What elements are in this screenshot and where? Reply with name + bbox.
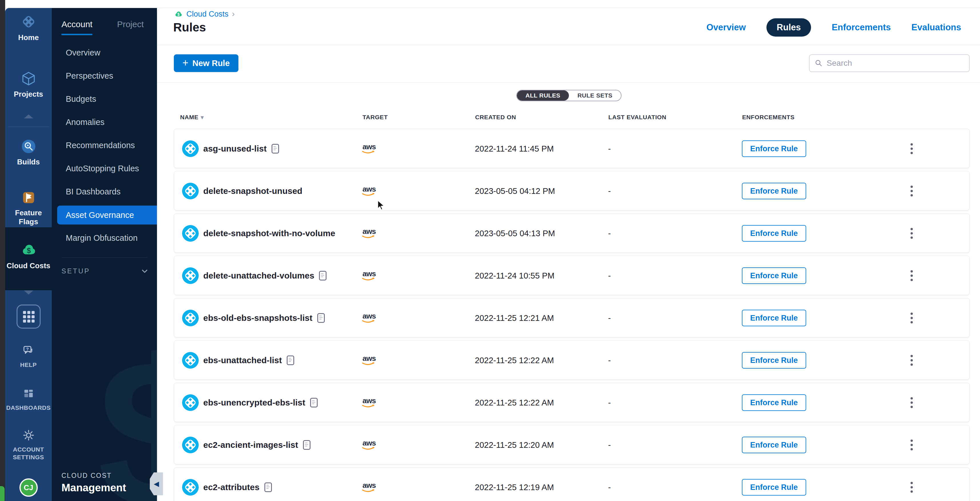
kebab-menu-icon[interactable] — [906, 214, 917, 253]
tab-overview[interactable]: Overview — [706, 22, 746, 33]
sidebar-item-recommendations[interactable]: Recommendations — [52, 134, 157, 157]
setup-label: SETUP — [62, 267, 90, 275]
breadcrumb-chevron-icon: › — [232, 9, 235, 19]
tab-evaluations[interactable]: Evaluations — [912, 22, 961, 33]
module-footer-line1: CLOUD COST — [62, 472, 126, 480]
rule-icon — [181, 436, 199, 454]
sidebar-item-feature-flags[interactable]: Feature Flags — [5, 189, 52, 226]
chevron-down-icon — [141, 267, 148, 275]
sidebar-item-autostopping-rules[interactable]: AutoStopping Rules — [52, 157, 157, 180]
rule-name: ec2-ancient-images-list — [203, 440, 298, 450]
table-row[interactable]: ec2-ancient-images-list aws 2022-11-25 1… — [174, 425, 970, 464]
rule-icon — [181, 224, 199, 242]
sidebar-item-dashboards[interactable]: DASHBOARDS — [5, 386, 52, 412]
help-chat-icon: ? — [21, 343, 36, 358]
aws-target-icon: aws — [361, 269, 377, 282]
kebab-menu-icon[interactable] — [906, 298, 917, 338]
dashboards-icon — [21, 386, 36, 401]
sidebar-collapse-button[interactable]: ◀ — [150, 472, 163, 495]
new-rule-button[interactable]: + New Rule — [174, 54, 239, 72]
rule-name: delete-snapshot-unused — [203, 186, 302, 196]
rule-last-evaluation: - — [608, 425, 611, 465]
kebab-menu-icon[interactable] — [906, 256, 917, 296]
kebab-menu-icon[interactable] — [906, 340, 917, 380]
svg-text:aws: aws — [363, 312, 376, 320]
sidebar-item-builds[interactable]: Builds — [5, 138, 52, 166]
sidebar-item-help[interactable]: ? HELP — [5, 343, 52, 369]
rule-created-on: 2022-11-25 12:21 AM — [475, 298, 554, 338]
sidebar-item-overview[interactable]: Overview — [52, 41, 157, 64]
enforce-rule-button[interactable]: Enforce Rule — [742, 183, 806, 199]
enforce-rule-button[interactable]: Enforce Rule — [742, 352, 806, 369]
enforce-rule-button[interactable]: Enforce Rule — [742, 267, 806, 284]
chevron-up-icon — [24, 115, 33, 118]
kebab-menu-icon[interactable] — [906, 468, 917, 501]
aws-target-icon: aws — [361, 481, 377, 494]
rule-icon — [181, 182, 199, 200]
rules-table-body: asg-unused-list aws 2022-11-24 11:45 PM … — [174, 129, 970, 501]
rail-label-cloud-costs: Cloud Costs — [6, 261, 50, 270]
enforce-rule-button[interactable]: Enforce Rule — [742, 310, 806, 326]
table-row[interactable]: delete-snapshot-with-no-volume aws 2023-… — [174, 213, 970, 253]
sidebar-item-account-settings[interactable]: ACCOUNT SETTINGS — [5, 428, 52, 461]
sidebar-item-cloud-costs[interactable]: $ Cloud Costs — [5, 242, 52, 270]
sidebar-item-margin-obfuscation[interactable]: Margin Obfuscation — [52, 226, 157, 250]
rail-collapse-down[interactable] — [5, 291, 52, 294]
enforce-rule-button[interactable]: Enforce Rule — [742, 437, 806, 453]
description-icon — [310, 398, 318, 408]
tab-rules[interactable]: Rules — [767, 18, 811, 37]
toggle-all-rules[interactable]: ALL RULES — [517, 91, 569, 101]
table-row[interactable]: delete-unattached-volumes aws 2022-11-24… — [174, 256, 970, 295]
sidebar-item-anomalies[interactable]: Anomalies — [52, 111, 157, 134]
table-row[interactable]: ebs-unencrypted-ebs-list aws 2022-11-25 … — [174, 383, 970, 422]
app-root: Home Projects Builds — [0, 0, 980, 501]
header-divider — [157, 45, 980, 45]
module-picker-button[interactable] — [15, 303, 42, 331]
column-header-name[interactable]: NAME▾ — [180, 114, 204, 121]
description-icon — [264, 482, 272, 492]
kebab-menu-icon[interactable] — [906, 129, 917, 169]
table-row[interactable]: delete-snapshot-unused aws 2023-05-05 04… — [174, 171, 970, 210]
kebab-menu-icon[interactable] — [906, 425, 917, 465]
svg-text:?: ? — [26, 347, 29, 351]
table-row[interactable]: ebs-unattached-list aws 2022-11-25 12:22… — [174, 340, 970, 380]
rule-icon — [181, 479, 199, 496]
tab-enforcements[interactable]: Enforcements — [832, 22, 891, 33]
rule-created-on: 2022-11-25 12:22 AM — [475, 383, 554, 422]
rule-last-evaluation: - — [608, 468, 611, 501]
aws-target-icon: aws — [361, 354, 377, 367]
description-icon — [286, 355, 294, 366]
setup-section-toggle[interactable]: SETUP — [62, 264, 148, 278]
tab-account[interactable]: Account — [62, 19, 92, 35]
rule-created-on: 2022-11-25 12:19 AM — [475, 468, 554, 501]
tab-project[interactable]: Project — [117, 19, 143, 35]
description-icon — [271, 143, 279, 154]
sidebar-item-bi-dashboards[interactable]: BI Dashboards — [52, 180, 157, 203]
search-input[interactable] — [827, 59, 964, 68]
table-row[interactable]: ebs-old-ebs-snapshots-list aws 2022-11-2… — [174, 298, 970, 337]
rule-created-on: 2022-11-25 12:20 AM — [475, 425, 554, 465]
user-avatar[interactable]: CJ — [19, 479, 38, 497]
sidebar-item-perspectives[interactable]: Perspectives — [52, 64, 157, 87]
enforce-rule-button[interactable]: Enforce Rule — [742, 225, 806, 242]
rule-created-on: 2022-11-24 11:45 PM — [475, 129, 554, 169]
enforce-rule-button[interactable]: Enforce Rule — [742, 394, 806, 411]
table-row[interactable]: ec2-attributes aws 2022-11-25 12:19 AM -… — [174, 467, 970, 501]
rail-label-dashboards: DASHBOARDS — [6, 404, 51, 412]
table-row[interactable]: asg-unused-list aws 2022-11-24 11:45 PM … — [174, 129, 970, 168]
left-nav-rail: Home Projects Builds — [5, 8, 52, 501]
sidebar-item-asset-governance[interactable]: Asset Governance — [57, 205, 157, 224]
sidebar-item-projects[interactable]: Projects — [5, 70, 52, 99]
rail-collapse-up[interactable] — [5, 115, 52, 118]
rail-label-help: HELP — [20, 361, 37, 369]
breadcrumb-cloud-costs-link[interactable]: Cloud Costs — [186, 10, 228, 19]
sidebar-item-budgets[interactable]: Budgets — [52, 87, 157, 111]
kebab-menu-icon[interactable] — [906, 171, 917, 211]
sidebar-item-home[interactable]: Home — [5, 13, 52, 42]
rule-name: delete-unattached-volumes — [203, 271, 314, 280]
toggle-rule-sets[interactable]: RULE SETS — [569, 91, 621, 101]
rail-label-builds: Builds — [17, 157, 40, 166]
enforce-rule-button[interactable]: Enforce Rule — [742, 479, 806, 496]
kebab-menu-icon[interactable] — [906, 383, 917, 422]
enforce-rule-button[interactable]: Enforce Rule — [742, 140, 806, 157]
